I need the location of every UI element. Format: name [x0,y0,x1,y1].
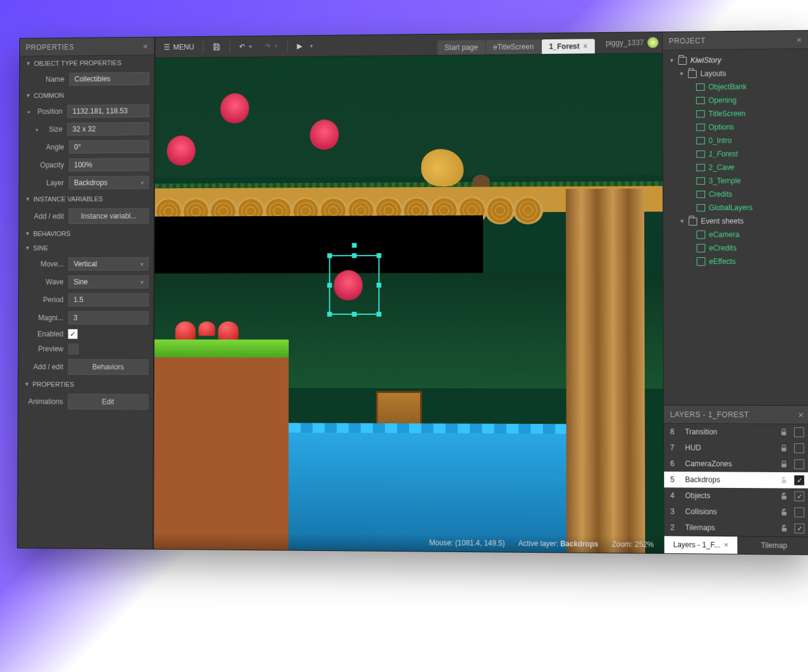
section-properties2[interactable]: ▼PROPERTIES [18,377,153,392]
layers-tab-tilemap[interactable]: Tilemap [737,536,808,555]
tree-eventsheet-item[interactable]: eEffects [666,255,807,269]
status-bar: Mouse: (1081.4, 149.5) Active layer: Bac… [154,532,663,553]
close-icon[interactable]: × [583,42,587,50]
separator [287,40,288,52]
chevron-right-icon: ▸ [36,127,39,133]
tree-layout-item[interactable]: GlobalLayers [666,200,807,214]
visibility-checkbox[interactable] [794,443,804,453]
layer-row[interactable]: 5Backdrops [664,472,808,489]
size-input[interactable]: 32 x 32 [67,122,149,136]
opacity-label: Opacity [28,161,64,170]
layer-row[interactable]: 3Collisions [664,504,808,521]
section-sine[interactable]: ▼SINE [19,240,153,255]
edit-animations-button[interactable]: Edit [68,394,148,410]
tree-folder-events[interactable]: ▼Event sheets [666,214,807,228]
angle-input[interactable]: 0° [69,140,149,154]
editor-center: ☰MENU ↶▼ ↷▼ ▶▼ Start page eTitleScreen 1… [153,32,664,553]
period-input[interactable]: 1.5 [68,293,149,306]
layers-header: LAYERS - 1_FOREST × [664,406,808,424]
folder-icon [688,70,697,78]
move-select[interactable]: Vertical [68,257,149,271]
preview-checkbox[interactable] [68,344,79,355]
section-common[interactable]: ▼COMMON [20,87,154,102]
opacity-input[interactable]: 100% [69,158,149,171]
position-input[interactable]: 1132.181, 118.53 [67,104,149,118]
layout-icon [697,163,705,172]
magni-input[interactable]: 3 [68,311,149,324]
tree-eventsheet-item[interactable]: eCamera [666,228,807,242]
visibility-checkbox[interactable] [794,475,804,485]
layout-icon [697,203,705,212]
tree-root[interactable]: ▼KiwiStory [665,53,806,67]
close-icon[interactable]: × [724,541,728,549]
lock-icon[interactable] [780,428,787,436]
tree-layout-item[interactable]: TitleScreen [665,107,806,121]
lock-icon[interactable] [780,492,788,501]
section-object-type[interactable]: ▼OBJECT TYPE PROPERTIES [20,55,154,71]
tree-layout-item[interactable]: 0_Intro [666,133,807,148]
chevron-right-icon: ▸ [28,109,31,115]
lock-icon[interactable] [780,476,788,484]
layer-row[interactable]: 6CameraZones [664,456,808,473]
beetle-sprite[interactable] [220,93,249,124]
layout-canvas[interactable]: Mouse: (1081.4, 149.5) Active layer: Bac… [154,53,663,553]
visibility-checkbox[interactable] [794,492,804,501]
tab-1-forest[interactable]: 1_Forest× [542,39,595,54]
chevron-down-icon: ▼ [274,44,278,49]
tree-layout-item[interactable]: 2_Cave [666,160,807,174]
wave-select[interactable]: Sine [68,275,149,289]
enabled-checkbox[interactable]: ✓ [68,329,77,339]
layers-tab-layers[interactable]: Layers - 1_F...× [665,536,738,553]
tree-layout-item[interactable]: ObjectBank [665,79,806,94]
selection-box[interactable] [329,255,380,315]
menu-button[interactable]: ☰MENU [159,41,199,54]
undo-button[interactable]: ↶▼ [234,40,257,53]
tree-eventsheet-item[interactable]: eCredits [666,241,807,255]
section-instance-vars[interactable]: ▼INSTANCE VARIABLES [19,191,154,206]
properties-title: PROPERTIES [26,42,74,51]
layer-row[interactable]: 2Tilemaps [664,519,808,536]
lock-icon[interactable] [780,460,787,469]
layout-icon [697,177,705,185]
visibility-checkbox[interactable] [795,524,805,533]
tree-layout-item[interactable]: Opening [665,93,806,108]
beetle-sprite[interactable] [310,119,339,150]
save-button[interactable] [208,40,226,53]
layer-row[interactable]: 8Transition [664,424,808,440]
tab-etitlescreen[interactable]: eTitleScreen [486,39,541,54]
instance-vars-button[interactable]: Instance variabl... [68,208,149,224]
separator [230,41,231,53]
status-layer: Active layer: Backdrops [518,539,598,548]
tree-layout-item[interactable]: Credits [666,187,807,201]
behaviors-button[interactable]: Behaviors [68,359,148,375]
layer-row[interactable]: 4Objects [664,487,808,504]
lock-icon[interactable] [780,508,788,516]
layer-select[interactable]: Backdrops [68,176,149,189]
visibility-checkbox[interactable] [794,460,804,469]
redo-button[interactable]: ↷▼ [260,39,283,53]
tree-layout-item[interactable]: 3_Temple [666,174,807,188]
layer-label: Layer [27,179,64,187]
layer-row[interactable]: 7HUD [664,440,808,456]
close-icon[interactable]: × [797,35,803,45]
tree-layout-item[interactable]: 1_Forest [666,147,807,161]
position-label: Position [33,107,63,116]
visibility-checkbox[interactable] [794,427,804,437]
lock-icon[interactable] [780,444,787,452]
beetle-sprite[interactable] [167,136,195,166]
section-behaviors[interactable]: ▼BEHAVIORS [19,226,153,241]
layer-number: 4 [670,491,678,499]
tree-layout-item[interactable]: Options [665,120,806,134]
close-icon[interactable]: × [798,409,804,420]
play-button[interactable]: ▶▼ [292,39,318,53]
lock-icon[interactable] [780,524,788,532]
close-icon[interactable]: × [143,41,148,51]
name-input[interactable]: Collectibles [69,72,149,86]
tree-folder-layouts[interactable]: ▼Layouts [665,66,806,81]
user-info[interactable]: piggy_1337 [606,37,659,48]
project-tree: ▼KiwiStory ▼Layouts ObjectBankOpeningTit… [663,49,808,405]
project-header: PROJECT × [663,31,808,51]
visibility-checkbox[interactable] [794,507,804,517]
layer-name: Backdrops [685,475,774,484]
tab-start-page[interactable]: Start page [437,40,485,55]
